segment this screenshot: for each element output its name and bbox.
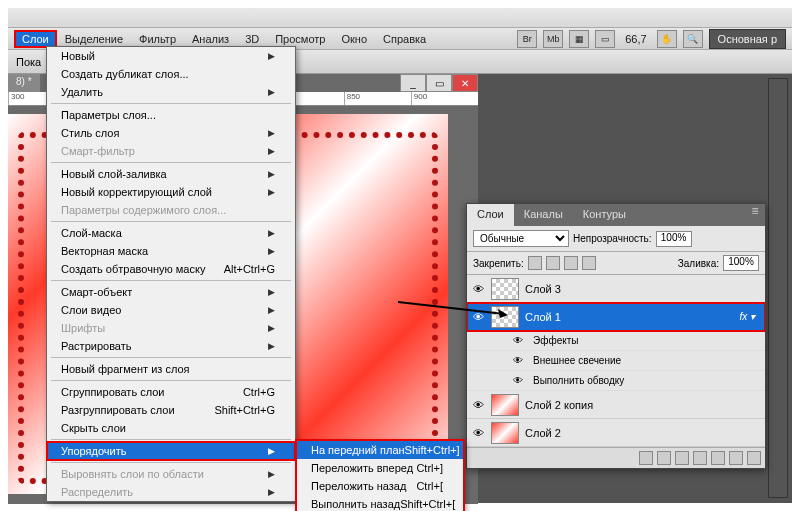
menu-item[interactable]: Упорядочить▶ [47,442,295,460]
submenu-item[interactable]: Переложить назадCtrl+[ [297,477,463,495]
layer-lock-row: Закрепить: Заливка: 100% [467,252,765,275]
menu-item[interactable]: Удалить▶ [47,83,295,101]
menu-view[interactable]: Просмотр [267,30,333,48]
lock-all-icon[interactable] [582,256,596,270]
layers-menu-dropdown: Новый▶Создать дубликат слоя...Удалить▶Па… [46,46,296,502]
submenu-item[interactable]: Выполнить назадShift+Ctrl+[ [297,495,463,511]
document-tab[interactable]: 8) * [8,74,40,92]
layer-effect-item[interactable]: 👁 Внешнее свечение [467,351,765,371]
eye-icon[interactable]: 👁 [471,282,485,296]
eye-icon[interactable]: 👁 [471,398,485,412]
layer-row[interactable]: 👁 Слой 2 [467,419,765,447]
new-layer-icon[interactable] [729,451,743,465]
menu-layers[interactable]: Слои [14,30,57,48]
ruler-tick: 850 [344,92,411,105]
minimize-button[interactable]: _ [400,74,426,92]
lock-transparency-icon[interactable] [528,256,542,270]
lock-pixels-icon[interactable] [546,256,560,270]
menu-item[interactable]: Параметры слоя... [47,106,295,124]
fx-icon[interactable] [657,451,671,465]
menu-window[interactable]: Окно [333,30,375,48]
menu-help[interactable]: Справка [375,30,434,48]
tab-channels[interactable]: Каналы [514,204,573,226]
menu-item[interactable]: Векторная маска▶ [47,242,295,260]
layer-thumbnail[interactable] [491,278,519,300]
menu-item[interactable]: Создать дубликат слоя... [47,65,295,83]
toolbar-btn-screen[interactable]: ▭ [595,30,615,48]
eye-icon[interactable]: 👁 [511,354,525,368]
maximize-button[interactable]: ▭ [426,74,452,92]
menu-item: Выровнять слои по области▶ [47,465,295,483]
eye-icon[interactable]: 👁 [511,374,525,388]
effect-name: Выполнить обводку [533,375,624,386]
layers-panel: Слои Каналы Контуры ≡ Обычные Непрозрачн… [466,203,766,469]
arrange-submenu: На передний планShift+Ctrl+]Переложить в… [296,440,464,511]
toolbar-btn-br[interactable]: Br [517,30,537,48]
opacity-label: Непрозрачность: [573,233,652,244]
toolbar-btn-hand[interactable]: ✋ [657,30,677,48]
menu-item[interactable]: Стиль слоя▶ [47,124,295,142]
layer-effect-item[interactable]: 👁 Выполнить обводку [467,371,765,391]
layer-row-selected[interactable]: 👁 Слой 1 fx ▾ [467,303,765,331]
menu-3d[interactable]: 3D [237,30,267,48]
layer-row[interactable]: 👁 Слой 3 [467,275,765,303]
menu-item[interactable]: Скрыть слои [47,419,295,437]
menu-analysis[interactable]: Анализ [184,30,237,48]
panel-dock[interactable] [768,78,788,498]
menu-item[interactable]: Новый фрагмент из слоя [47,360,295,378]
menu-select[interactable]: Выделение [57,30,131,48]
menu-item[interactable]: Растрировать▶ [47,337,295,355]
panel-tabs: Слои Каналы Контуры ≡ [467,204,765,226]
trash-icon[interactable] [747,451,761,465]
eye-icon[interactable]: 👁 [511,334,525,348]
svg-line-0 [398,302,504,314]
fx-badge[interactable]: fx ▾ [739,311,761,322]
menu-item[interactable]: Слои видео▶ [47,301,295,319]
layer-thumbnail[interactable] [491,394,519,416]
toolbar-btn-grid[interactable]: ▦ [569,30,589,48]
fill-value[interactable]: 100% [723,255,759,271]
menu-item[interactable]: Новый▶ [47,47,295,65]
menu-item[interactable]: Сгруппировать слоиCtrl+G [47,383,295,401]
menu-filter[interactable]: Фильтр [131,30,184,48]
menu-item[interactable]: Создать обтравочную маскуAlt+Ctrl+G [47,260,295,278]
panel-menu-icon[interactable]: ≡ [745,204,765,226]
link-layers-icon[interactable] [639,451,653,465]
toolbar-btn-mb[interactable]: Mb [543,30,563,48]
effects-label: Эффекты [533,335,578,346]
tab-paths[interactable]: Контуры [573,204,636,226]
close-button[interactable]: ✕ [452,74,478,92]
menu-item[interactable]: Разгруппировать слоиShift+Ctrl+G [47,401,295,419]
menu-item: Распределить▶ [47,483,295,501]
effect-name: Внешнее свечение [533,355,621,366]
layer-effects-header[interactable]: 👁 Эффекты [467,331,765,351]
layer-thumbnail[interactable] [491,422,519,444]
submenu-item[interactable]: Переложить впередCtrl+] [297,459,463,477]
workspace-selector[interactable]: Основная р [709,29,786,49]
lock-position-icon[interactable] [564,256,578,270]
menu-item[interactable]: Смарт-объект▶ [47,283,295,301]
layer-row[interactable]: 👁 Слой 2 копия [467,391,765,419]
layer-name[interactable]: Слой 2 [525,427,761,439]
layer-name[interactable]: Слой 2 копия [525,399,761,411]
mask-icon[interactable] [675,451,689,465]
tab-layers[interactable]: Слои [467,204,514,226]
layer-name[interactable]: Слой 3 [525,283,761,295]
layer-name[interactable]: Слой 1 [525,311,733,323]
adjustment-icon[interactable] [693,451,707,465]
zoom-level[interactable]: 66,7 [621,33,650,45]
menu-item: Шрифты▶ [47,319,295,337]
toolbar-btn-zoom[interactable]: 🔍 [683,30,703,48]
group-icon[interactable] [711,451,725,465]
eye-icon[interactable]: 👁 [471,426,485,440]
menubar-right: Br Mb ▦ ▭ 66,7 ✋ 🔍 Основная р [517,29,786,49]
menu-item[interactable]: Новый слой-заливка▶ [47,165,295,183]
menu-item[interactable]: Слой-маска▶ [47,224,295,242]
svg-marker-1 [498,309,508,318]
menu-item: Параметры содержимого слоя... [47,201,295,219]
submenu-item[interactable]: На передний планShift+Ctrl+] [297,441,463,459]
menu-item: Смарт-фильтр▶ [47,142,295,160]
menu-item[interactable]: Новый корректирующий слой▶ [47,183,295,201]
opacity-value[interactable]: 100% [656,231,692,247]
blend-mode-select[interactable]: Обычные [473,230,569,247]
